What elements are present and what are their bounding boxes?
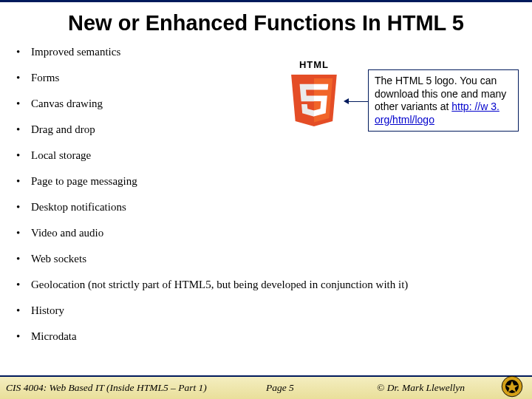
callout-arrow-head-icon	[344, 98, 349, 104]
html5-logo: HTML	[281, 59, 347, 132]
callout-arrow-line	[347, 101, 368, 102]
html5-shield-icon	[288, 72, 340, 129]
logo-caption: HTML	[281, 59, 347, 70]
footer: CIS 4004: Web Based IT (Inside HTML5 – P…	[0, 375, 532, 399]
callout-box: The HTML 5 logo. You can download this o…	[368, 69, 519, 132]
ucf-seal-icon	[501, 375, 523, 398]
footer-page: Page 5	[266, 382, 377, 394]
list-item: •Video and audio	[16, 227, 517, 253]
list-item: •Web sockets	[16, 253, 517, 279]
list-item: •Desktop notifications	[16, 201, 517, 227]
list-item: •Page to page messaging	[16, 175, 517, 201]
list-item: •Local storage	[16, 149, 517, 175]
list-item: •Microdata	[16, 330, 517, 356]
slide-title: New or Enhanced Functions In HTML 5	[0, 2, 532, 46]
list-item: •Improved semantics	[16, 46, 517, 72]
list-item: •History	[16, 304, 517, 330]
footer-author: © Dr. Mark Llewellyn	[377, 382, 495, 394]
list-item: •Geolocation (not strictly part of HTML5…	[16, 279, 517, 304]
footer-course: CIS 4004: Web Based IT (Inside HTML5 – P…	[0, 382, 266, 394]
content-area: •Improved semantics •Forms •Canvas drawi…	[0, 46, 532, 356]
